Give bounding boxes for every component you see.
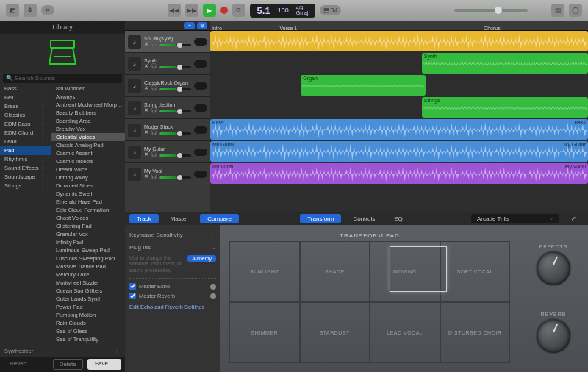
headphone-icon[interactable]: 🎧 [151,174,157,179]
track-header[interactable]: ♪ ClassicRock Organ ✕🎧 [125,75,210,97]
note-count[interactable]: ⬒34 [320,5,341,15]
patch-item[interactable]: Emerald Haze Pad [51,198,125,206]
tab-controls[interactable]: Controls [345,214,382,223]
category-item[interactable]: Brass〉 [0,102,51,111]
tab-eq[interactable]: EQ [387,214,410,223]
patch-item[interactable]: Dream Voice [51,165,125,174]
volume-fader[interactable] [159,110,191,112]
patch-item[interactable]: Airways [51,93,125,101]
pan-knob[interactable] [194,82,207,90]
headphone-icon[interactable]: 🎧 [151,107,157,113]
pan-knob[interactable] [194,126,207,134]
patch-item[interactable]: Outer Lands Synth [51,295,125,303]
transform-cell[interactable]: STARDUST [300,302,370,363]
master-volume-slider[interactable] [454,9,528,12]
keyboard-sensitivity-row[interactable]: Keyboard Sensitivity〉 [129,229,216,240]
pan-knob[interactable] [194,104,207,112]
region[interactable]: Organ [301,75,426,96]
play-button[interactable]: ▶ [203,4,216,17]
track-header[interactable]: ♪ Synth ✕🎧 [125,53,210,75]
region[interactable]: My GuitarMy Guitar [210,141,588,162]
volume-fader[interactable] [159,132,191,135]
category-item[interactable]: Soundscape〉 [0,173,51,182]
patch-item[interactable]: Sea of Glass [51,327,125,335]
volume-fader[interactable] [159,176,191,179]
mute-icon[interactable]: ✕ [144,174,148,179]
category-list[interactable]: Bass〉Bell〉Brass〉Classics〉EDM Bass〉EDM Ch… [0,85,51,346]
transform-cell[interactable]: LEAD VOCAL [370,302,440,363]
master-reverb-checkbox[interactable]: Master Reverb [129,293,216,299]
headphone-icon[interactable]: 🎧 [151,85,157,91]
mute-icon[interactable]: ✕ [144,129,148,135]
tab-track[interactable]: Track [129,214,159,223]
patch-item[interactable]: Mercury Lake [51,271,125,279]
headphone-icon[interactable]: 🎧 [151,129,157,135]
category-item[interactable]: Rhythmic〉 [0,155,51,164]
expand-icon[interactable]: ⤢ [564,214,584,223]
track-header[interactable]: ♪ My Guiar ✕🎧 [125,141,210,163]
category-item[interactable]: Lead〉 [0,137,51,146]
category-item[interactable]: Pad〉 [0,146,51,155]
pan-knob[interactable] [194,38,207,46]
volume-fader[interactable] [159,88,191,90]
edit-echo-reverb-link[interactable]: Edit Echo and Reverb Settings [129,302,216,310]
alchemy-plugin-chip[interactable]: Alchemy [187,255,216,262]
headphone-icon[interactable]: 🎧 [151,63,157,69]
headphone-icon[interactable]: 🎧 [151,41,157,47]
category-item[interactable]: Strings〉 [0,182,51,190]
cycle-icon[interactable]: ⟳ [232,4,245,17]
pan-knob[interactable] [194,171,207,178]
add-track-button[interactable]: + [184,22,195,29]
patch-item[interactable]: Breathy Vox [51,125,125,133]
category-item[interactable]: Bell〉 [0,93,51,102]
reverb-knob[interactable] [537,319,570,353]
patch-item[interactable]: Massive Trance Pad [51,262,125,271]
volume-fader[interactable] [159,154,191,157]
forward-icon[interactable]: ▶▶ [185,4,198,17]
headphone-icon[interactable]: 🎧 [151,151,157,157]
category-item[interactable]: EDM Chord〉 [0,129,51,137]
volume-fader[interactable] [159,44,191,46]
mute-icon[interactable]: ✕ [144,63,148,69]
tool-pill[interactable]: ✕ [41,5,54,15]
patch-item[interactable]: Drifting Away [51,174,125,182]
library-toggle-icon[interactable]: ◩ [6,4,19,17]
patch-item[interactable]: Glistening Pad [51,222,125,230]
patch-item[interactable]: Sea of Tranquility [51,335,125,343]
transform-cell[interactable]: SHADE [300,241,370,302]
patch-item[interactable]: Cosmic Insects [51,157,125,165]
search-input[interactable]: 🔍 Search Sounds [3,74,122,83]
transform-pad[interactable]: TRANSFORM PAD SUNLIGHTSHADEMOVINGSOFT VO… [229,234,510,363]
pan-knob[interactable] [194,60,207,68]
transform-cell[interactable]: SUNLIGHT [229,241,300,302]
track-header[interactable]: ♪ Moder Stack ✕🎧 [125,119,210,141]
lcd-display[interactable]: 5.1 130 4/4Gmaj [250,4,316,18]
delete-button[interactable]: Delete [53,359,83,370]
patch-item[interactable]: 8th Wonder [51,85,125,93]
revert-button[interactable]: Revert [4,359,33,370]
patch-item[interactable]: Granular Vox [51,230,125,238]
tab-transform[interactable]: Transform [300,214,341,223]
region[interactable]: Strings [422,97,588,118]
transform-cursor[interactable] [390,246,447,292]
quick-help-icon[interactable]: ❖ [24,4,37,17]
patch-item[interactable]: Infinity Pad [51,238,125,246]
region[interactable]: BassBass [210,119,588,140]
loops-icon[interactable]: ◯ [569,4,582,17]
track-options-icon[interactable]: ⚙ [197,22,207,29]
mute-icon[interactable]: ✕ [144,107,148,113]
category-item[interactable]: Classics〉 [0,111,51,120]
region[interactable]: Synth [422,53,588,74]
patch-item[interactable]: Epic Cloud Formation [51,206,125,214]
rewind-icon[interactable]: ◀◀ [168,4,181,17]
plugins-row[interactable]: Plug-ins⌄ [129,243,216,252]
track-header[interactable]: ♪ SoCal (Kyle) ✕🎧 [125,31,210,53]
mute-icon[interactable]: ✕ [144,41,148,47]
track-header[interactable]: ♪ String :iection ✕🎧 [125,97,210,119]
footer-category[interactable]: Synthesizer [4,348,33,355]
category-item[interactable]: Bass〉 [0,85,51,93]
patch-item[interactable]: Pumping Motion [51,311,125,319]
patch-item[interactable]: Luscious Sweeping Pad [51,254,125,262]
patch-item[interactable]: Power Pad [51,303,125,311]
mute-icon[interactable]: ✕ [144,151,148,157]
